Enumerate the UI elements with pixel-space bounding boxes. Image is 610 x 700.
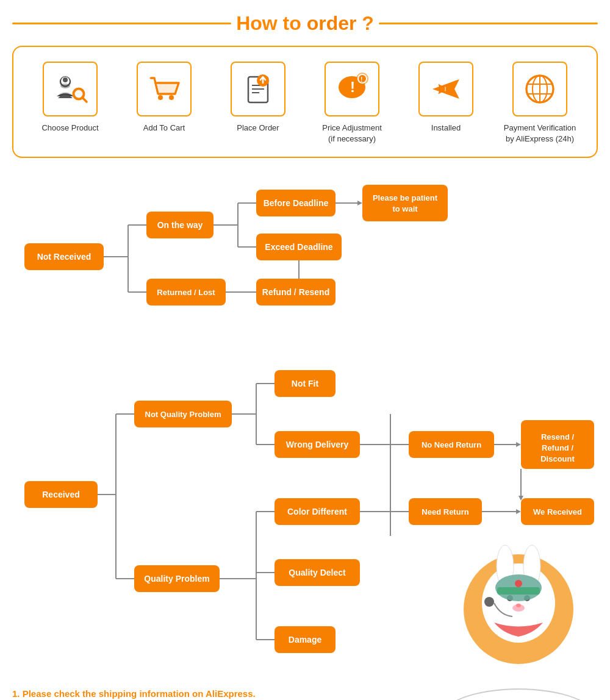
before-deadline-label: Before Deadline [264, 198, 329, 208]
step-installed-label: Installed [431, 123, 461, 134]
step-price-adjustment: ! ! Price Adjustment(if necessary) [309, 62, 395, 145]
person-search-icon [52, 71, 88, 107]
header-line-left [12, 23, 231, 24]
note-1: 1. Please check the shipping information… [12, 688, 427, 699]
svg-point-6 [60, 84, 70, 88]
svg-point-102 [515, 580, 522, 587]
svg-text:!: ! [350, 79, 355, 95]
received-label: Received [42, 490, 79, 499]
svg-point-5 [63, 77, 68, 82]
flowcharts-wrapper: Not Received On the way Before Deadline … [12, 176, 598, 682]
svg-marker-42 [357, 201, 362, 205]
svg-point-99 [516, 604, 521, 607]
footer-section: 1. Please check the shipping information… [12, 688, 598, 700]
on-the-way-label: On the way [157, 220, 203, 230]
svg-rect-43 [362, 185, 448, 221]
step-add-to-cart: Add To Cart [121, 62, 207, 134]
globe-icon [522, 71, 558, 107]
not-received-label: Not Received [37, 252, 92, 262]
svg-line-8 [82, 98, 87, 102]
chat-exclaim-icon: ! ! [334, 71, 370, 107]
svg-marker-80 [516, 442, 521, 447]
svg-point-9 [158, 95, 163, 100]
svg-text:to wait: to wait [392, 204, 418, 213]
need-return-label: Need Return [422, 507, 468, 516]
refund-resend-label: Refund / Resend [262, 287, 329, 297]
svg-text:!: ! [361, 76, 362, 83]
quality-problem-label: Quality Problem [144, 574, 209, 584]
step-choose-product: Choose Product [27, 62, 113, 134]
payment-verification-icon-box [512, 62, 567, 116]
step-choose-product-label: Choose Product [41, 123, 98, 134]
not-quality-problem-label: Not Quality Problem [145, 410, 221, 419]
place-order-icon-box [231, 62, 285, 116]
damage-label: Damage [289, 635, 322, 645]
step-place-order-label: Place Order [237, 123, 279, 134]
step-price-adjustment-label: Price Adjustment(if necessary) [322, 123, 382, 145]
notes-list: 1. Please check the shipping information… [12, 688, 427, 700]
svg-marker-87 [516, 509, 521, 514]
quality-delect-label: Quality Delect [289, 568, 346, 577]
svg-point-10 [169, 95, 174, 100]
step-installed: Installed [403, 62, 489, 134]
svg-rect-101 [497, 587, 540, 595]
page-header: How to order ? [12, 12, 598, 35]
page-title: How to order ? [236, 12, 374, 35]
step-payment-verification: Payment Verificationby AliExpress (24h) [497, 62, 583, 145]
no-need-return-label: No Need Return [422, 440, 481, 449]
header-line-right [379, 23, 598, 24]
price-adjustment-icon-box: ! ! [325, 62, 379, 116]
exceed-deadline-label: Exceed Deadline [265, 242, 332, 252]
svg-text:Discount: Discount [540, 454, 575, 463]
svg-text:Refund /: Refund / [542, 443, 573, 452]
not-fit-label: Not Fit [292, 379, 319, 388]
not-received-flowchart: Not Received On the way Before Deadline … [12, 176, 598, 347]
step-place-order: Place Order [215, 62, 301, 134]
resend-refund-discount-label: Resend / [541, 432, 575, 441]
contact-bubble: If you have any else requirements,you co… [439, 688, 598, 700]
order-steps-box: Choose Product Add To Cart [12, 46, 598, 158]
svg-point-103 [484, 597, 494, 607]
add-to-cart-icon-box [137, 62, 192, 116]
airplane-icon [428, 71, 464, 107]
received-flowchart: Received Not Quality Problem Not Fit Wro… [12, 341, 598, 682]
please-be-patient-label: Please be patient [373, 193, 438, 202]
document-upload-icon [240, 71, 276, 107]
returned-lost-label: Returned / Lost [157, 288, 215, 297]
cart-icon [146, 71, 182, 107]
choose-product-icon-box [43, 62, 98, 116]
color-different-label: Color Different [287, 507, 347, 516]
step-payment-verification-label: Payment Verificationby AliExpress (24h) [504, 123, 576, 145]
step-add-to-cart-label: Add To Cart [143, 123, 185, 134]
wrong-delivery-label: Wrong Delivery [286, 440, 349, 449]
we-received-label: We Received [533, 507, 582, 516]
installed-icon-box [418, 62, 473, 116]
